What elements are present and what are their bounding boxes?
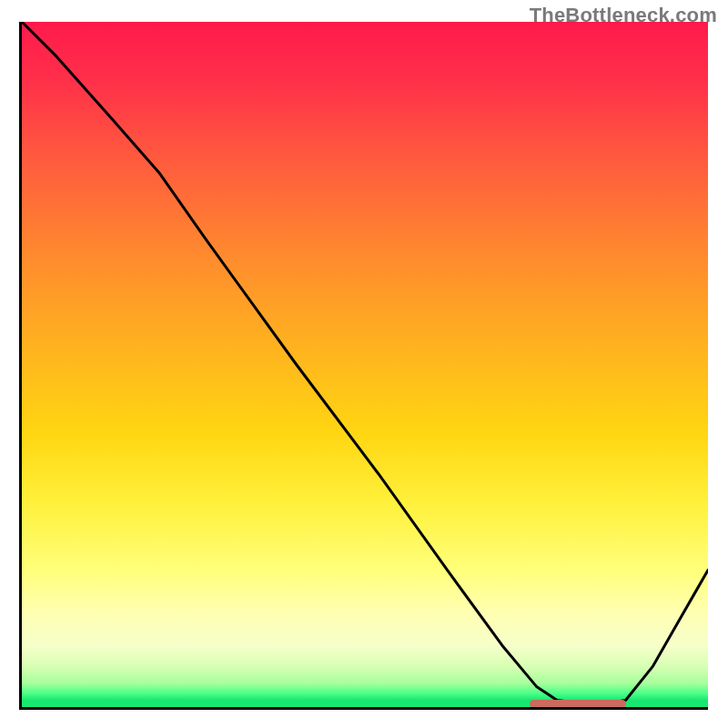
- axes-frame: [19, 22, 708, 710]
- chart-canvas: TheBottleneck.com: [0, 0, 728, 728]
